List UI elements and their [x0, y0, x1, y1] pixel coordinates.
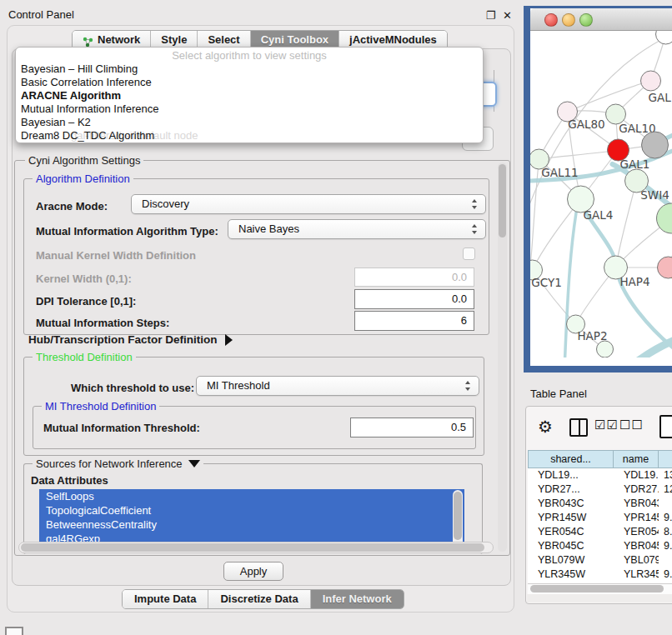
algorithm-option-bayesian-k2[interactable]: Bayesian – K2 — [16, 116, 483, 129]
table-panel: ⚙ ☑☑ ☐☐ shared...name YDL19...YDL19...13… — [525, 406, 672, 604]
threshold-definition-title: Threshold Definition — [33, 351, 136, 363]
cyni-bottom-tabs: Impute DataDiscretize DataInfer Network — [122, 589, 404, 609]
table-cell: YPR145W — [614, 511, 659, 525]
attributes-vscroll-thumb[interactable] — [454, 492, 462, 540]
algorithm-option-bayesian-hill-climbing[interactable]: Bayesian – Hill Climbing — [16, 62, 483, 76]
mi-threshold-label: Mutual Information Threshold: — [43, 422, 200, 434]
node-table: shared...name YDL19...YDL19...13YDR27...… — [528, 450, 672, 596]
network-thick-edges — [530, 128, 672, 358]
network-node-gal[interactable] — [641, 71, 661, 91]
which-threshold-combo[interactable]: MI Threshold — [196, 376, 479, 396]
hub-definition-expander[interactable]: Hub/Transcription Factor Definition — [28, 333, 233, 346]
algorithm-option-aracne-algorithm[interactable]: ARACNE Algorithm — [16, 89, 483, 102]
attribute-item-betweennesscentrality[interactable]: BetweennessCentrality — [39, 518, 464, 532]
column-header-name[interactable]: name — [614, 450, 659, 468]
columns-icon[interactable] — [569, 418, 588, 437]
mi-type-value: Naive Bayes — [238, 222, 299, 235]
table-row[interactable]: YBR043CYBR043C — [528, 497, 672, 511]
mi-threshold-definition-group: MI Threshold Definition Mutual Informati… — [33, 406, 476, 449]
mi-threshold-field[interactable]: 0.5 — [350, 418, 474, 438]
network-node[interactable] — [642, 132, 669, 158]
network-view-window: GALGAL80GAL10GAL1GAL11SWI4GAL4GCY1HAP4YH… — [524, 6, 672, 372]
table-cell: 12 — [659, 482, 672, 497]
table-row[interactable]: YBL079WYBL079W — [528, 553, 672, 568]
node-label-gal: GAL — [649, 91, 672, 104]
network-node[interactable] — [597, 341, 614, 358]
collapse-arrow-icon — [188, 460, 200, 468]
minimize-traffic-light-icon[interactable] — [562, 13, 575, 27]
select-all-icon[interactable]: ☑☑ — [594, 418, 619, 432]
mi-steps-field[interactable]: 6 — [354, 311, 474, 331]
float-window-icon[interactable]: ❐ — [484, 9, 497, 22]
node-label-gal11: GAL11 — [541, 166, 578, 179]
aracne-mode-label: Aracne Mode: — [36, 200, 108, 212]
network-nodes: GALGAL80GAL10GAL1GAL11SWI4GAL4GCY1HAP4YH… — [530, 31, 672, 358]
settings-horizontal-scrollbar[interactable] — [18, 542, 494, 553]
tab-impute-data[interactable]: Impute Data — [123, 590, 208, 608]
export-table-icon[interactable] — [659, 415, 672, 438]
which-threshold-value: MI Threshold — [207, 379, 270, 392]
control-panel-titlebar: Control Panel ❐ ✕ — [0, 0, 517, 25]
attribute-item-topologicalcoefficient[interactable]: TopologicalCoefficient — [39, 503, 464, 518]
table-cell: YBR043C — [614, 497, 659, 511]
aracne-mode-value: Discovery — [142, 198, 189, 210]
table-rows: YDL19...YDL19...13YDR27...YDR27...12YBR0… — [528, 468, 672, 596]
network-canvas[interactable]: GALGAL80GAL10GAL1GAL11SWI4GAL4GCY1HAP4YH… — [530, 31, 672, 358]
settings-vertical-scrollbar[interactable] — [498, 162, 507, 552]
apply-button[interactable]: Apply — [223, 562, 283, 581]
table-row[interactable]: YER054CYER054C8. — [528, 525, 672, 539]
manual-kernel-checkbox[interactable] — [463, 248, 475, 260]
gear-icon[interactable]: ⚙ — [538, 416, 553, 438]
column-header-shared[interactable]: shared... — [528, 450, 614, 468]
close-traffic-light-icon[interactable] — [544, 13, 558, 27]
algorithm-option-mutual-information-inference[interactable]: Mutual Information Inference — [16, 102, 483, 116]
expand-arrow-icon — [225, 334, 233, 346]
close-window-icon[interactable]: ✕ — [501, 9, 514, 22]
table-row[interactable]: YDL19...YDL19...13 — [528, 468, 672, 482]
algorithm-option-basic-correlation-inference[interactable]: Basic Correlation Inference — [16, 76, 483, 89]
combo-spinner-icon — [472, 224, 478, 234]
kernel-width-field[interactable]: 0.0 — [354, 268, 474, 287]
table-cell: YDR27... — [614, 482, 659, 497]
table-horizontal-scrollbar[interactable] — [528, 583, 672, 595]
dpi-tolerance-label: DPI Tolerance [0,1]: — [36, 295, 136, 308]
table-cell: 9. — [659, 539, 672, 553]
sources-group-header[interactable]: Sources for Network Inference — [33, 458, 203, 470]
table-cell: YER054C — [614, 525, 659, 539]
app-root: Control Panel ❐ ✕ NetworkStyleSelectCyni… — [0, 0, 672, 635]
table-header-row: shared...name — [528, 450, 672, 468]
network-node[interactable] — [656, 31, 672, 44]
network-node-y[interactable] — [658, 257, 672, 278]
tab-infer-network[interactable]: Infer Network — [311, 590, 404, 608]
table-row[interactable]: YBR045CYBR045C9. — [528, 539, 672, 553]
node-label-gal80: GAL80 — [568, 118, 604, 131]
mi-type-combo[interactable]: Naive Bayes — [228, 219, 486, 239]
table-row[interactable]: YPR145WYPR145W9. — [528, 511, 672, 525]
mi-threshold-definition-title: MI Threshold Definition — [42, 400, 159, 412]
minimized-panel-icon[interactable] — [5, 627, 23, 635]
tab-discretize-data[interactable]: Discretize Data — [208, 590, 310, 608]
table-cell: 9. — [659, 568, 672, 582]
node-label-gal1: GAL1 — [620, 158, 650, 171]
table-row[interactable]: YDR27...YDR27...12 — [528, 482, 672, 497]
table-cell: YBL079W — [528, 553, 614, 568]
settings-vscroll-thumb[interactable] — [499, 164, 506, 238]
kernel-width-label: Kernel Width (0,1): — [36, 272, 132, 285]
data-attributes-label: Data Attributes — [31, 474, 108, 487]
network-window-titlebar[interactable] — [530, 8, 672, 31]
aracne-mode-combo[interactable]: Discovery — [131, 194, 486, 214]
table-row[interactable]: YLR345WYLR345W9. — [528, 568, 672, 582]
dpi-tolerance-field[interactable]: 0.0 — [354, 289, 474, 309]
node-label-gal4: GAL4 — [584, 208, 614, 222]
unselect-all-icon[interactable]: ☐☐ — [619, 418, 644, 432]
zoom-traffic-light-icon[interactable] — [579, 13, 593, 27]
column-header-clipped[interactable] — [659, 450, 672, 468]
settings-group-title: Cyni Algorithm Settings — [25, 154, 143, 167]
settings-hscroll-thumb[interactable] — [21, 543, 484, 552]
attribute-item-selfloops[interactable]: SelfLoops — [39, 489, 464, 503]
algorithm-dropdown-list: Select algorithm to view settings gal-fi… — [15, 47, 484, 143]
table-panel-title: Table Panel — [530, 388, 587, 400]
table-hscroll-thumb[interactable] — [530, 585, 664, 592]
algorithm-option-dream8-dc-tdc-algorithm[interactable]: Dream8 DC_TDC Algorithm — [16, 129, 483, 142]
node-label-swi4: SWI4 — [640, 188, 669, 202]
